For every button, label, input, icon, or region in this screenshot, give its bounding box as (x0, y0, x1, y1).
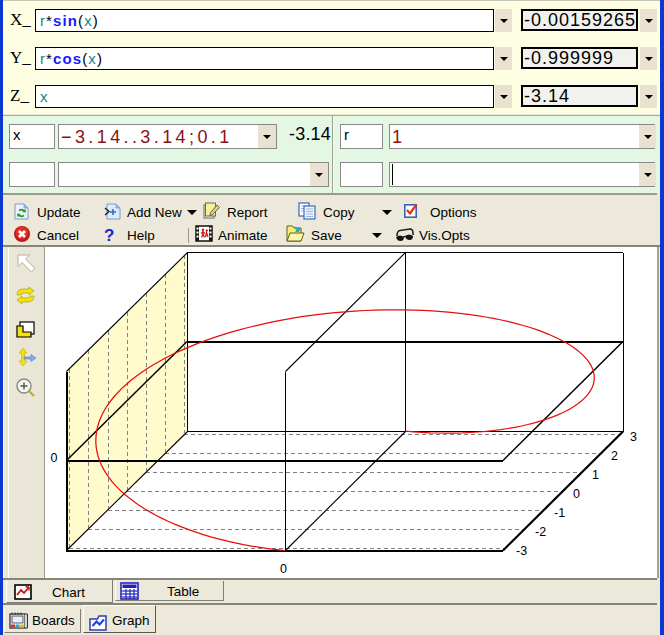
svg-text:0: 0 (573, 487, 580, 501)
svg-text:0: 0 (51, 451, 58, 465)
svg-text:2: 2 (611, 449, 618, 463)
svg-text:-1: -1 (554, 506, 565, 520)
svg-text:-3: -3 (516, 544, 527, 558)
svg-text:0: 0 (280, 562, 287, 576)
svg-text:1: 1 (592, 468, 599, 482)
svg-text:?: ? (104, 226, 114, 245)
svg-text:-2: -2 (535, 525, 546, 539)
svg-text:3: 3 (630, 430, 637, 444)
